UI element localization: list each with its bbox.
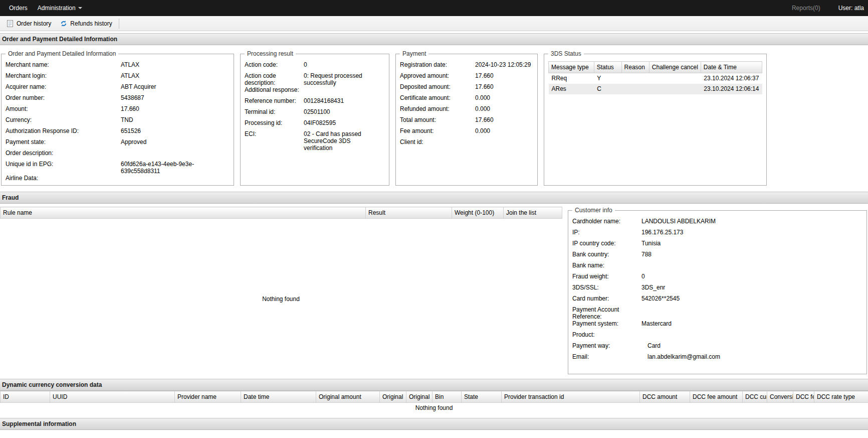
current-user-label: User: atla <box>838 5 864 12</box>
section-header-supplemental: Supplemental information <box>0 418 868 430</box>
row-3ds-ssl: 3DS/SSL:3DS_enr <box>572 284 862 295</box>
col-header-date-time[interactable]: Date time <box>241 391 316 403</box>
reports-link[interactable]: Reports(0) <box>792 5 820 12</box>
row-approved-amount: Approved amount:17.660 <box>400 72 533 83</box>
field-value: 0.000 <box>475 127 533 134</box>
payment-legend: Payment <box>400 50 428 57</box>
col-header-provider-transaction-id[interactable]: Provider transaction id <box>502 391 640 403</box>
col-header-rule-name[interactable]: Rule name <box>1 207 366 219</box>
col-header-provider-name[interactable]: Provider name <box>175 391 241 403</box>
col-header-dcc-fee-amount[interactable]: DCC fee amount <box>690 391 743 403</box>
col-header-dcc-currency[interactable]: DCC curr <box>743 391 767 403</box>
col-header-uuid[interactable]: UUID <box>50 391 175 403</box>
row-additional-response: Additional response: <box>245 86 385 97</box>
field-label: Additional response: <box>245 86 304 93</box>
row-bank-name: Bank name: <box>572 262 862 273</box>
row-authorization-response-id: Authorization Response ID:651526 <box>6 127 230 138</box>
row-payment-account-reference: Payment Account Reference: <box>572 306 862 320</box>
col-header-join-the-list[interactable]: Join the list <box>504 207 562 219</box>
field-label: Payment state: <box>6 138 121 145</box>
row-product: Product: <box>572 331 862 342</box>
field-value: 17.660 <box>475 83 533 90</box>
col-header-date-time[interactable]: Date & Time <box>701 62 762 73</box>
col-header-dcc-fee[interactable]: DCC fee <box>793 391 814 403</box>
col-header-result[interactable]: Result <box>366 207 452 219</box>
cell-message-type: RReq <box>549 73 594 84</box>
order-detail-panel: Order and Payment Detailed Information M… <box>1 50 234 186</box>
menu-administration-label: Administration <box>38 5 76 12</box>
field-label: Reference number: <box>245 97 304 104</box>
topbar-right: Reports(0) User: atla <box>792 5 864 12</box>
field-label: Terminal id: <box>245 108 304 115</box>
field-value: 17.660 <box>121 105 230 112</box>
field-label: Fee amount: <box>400 127 475 134</box>
field-value: 0 <box>304 61 385 68</box>
row-payment-system: Payment system:Mastercard <box>572 320 862 331</box>
section-header-main: Order and Payment Detailed Information <box>0 33 868 45</box>
row-cardholder-name: Cardholder name:LANDOULSI ABDELKARIM <box>572 218 862 229</box>
row-merchant-login: Merchant login:ATLAX <box>6 72 230 83</box>
col-header-challenge-cancel[interactable]: Challenge cancel <box>649 62 701 73</box>
field-value: 5438687 <box>121 94 230 101</box>
field-value: Tunisia <box>641 240 862 247</box>
payment-panel: Payment Registration date:2024-10-23 12:… <box>395 50 538 186</box>
row-payment-state: Payment state:Approved <box>6 138 230 150</box>
threeds-status-legend: 3DS Status <box>548 50 584 57</box>
field-label: Unique id in EPG: <box>6 161 121 168</box>
col-header-dcc-amount[interactable]: DCC amount <box>640 391 690 403</box>
threeds-status-panel: 3DS Status Message type Status Reason Ch… <box>544 50 767 186</box>
col-header-bin[interactable]: Bin <box>432 391 462 403</box>
field-label: Fraud weight: <box>572 273 641 280</box>
col-header-conversion[interactable]: Conversi <box>767 391 793 403</box>
row-amount: Amount:17.660 <box>6 105 230 116</box>
col-header-dcc-rate-type[interactable]: DCC rate type <box>814 391 868 403</box>
col-header-original-1[interactable]: Original <box>380 391 406 403</box>
row-refunded-amount: Refunded amount:0.000 <box>400 105 533 116</box>
col-header-original-2[interactable]: Original <box>406 391 432 403</box>
row-fee-amount: Fee amount:0.000 <box>400 127 533 138</box>
field-value: 04IF082595 <box>304 119 385 126</box>
row-order-description: Order description: <box>6 150 230 161</box>
field-label: Payment Account Reference: <box>572 306 641 320</box>
row-ip-country-code: IP country code:Tunisia <box>572 240 862 251</box>
field-value: 0.000 <box>475 94 533 101</box>
field-value: Approved <box>121 138 230 145</box>
col-header-reason[interactable]: Reason <box>621 62 649 73</box>
menu-administration[interactable]: Administration <box>33 3 87 14</box>
field-label: Total amount: <box>400 116 475 123</box>
field-value: LANDOULSI ABDELKARIM <box>641 218 862 225</box>
field-label: Certificate amount: <box>400 94 475 101</box>
col-header-status[interactable]: Status <box>594 62 621 73</box>
customer-info-legend: Customer info <box>572 207 615 214</box>
field-label: Airline Data: <box>6 175 121 182</box>
field-value: 2024-10-23 12:05:29 <box>475 61 533 68</box>
toolbar: Order history Refunds history <box>0 16 868 31</box>
menu-orders-label: Orders <box>9 5 28 12</box>
field-label: Action code description: <box>245 72 304 86</box>
threeds-row-ares[interactable]: ARes C 23.10.2024 12:06:14 <box>549 84 762 94</box>
col-header-weight[interactable]: Weight (0-100) <box>452 207 504 219</box>
refunds-history-button[interactable]: Refunds history <box>56 18 116 30</box>
field-label: Email: <box>572 353 641 360</box>
menu-orders[interactable]: Orders <box>4 3 33 14</box>
field-label: IP country code: <box>572 240 641 247</box>
col-header-state[interactable]: State <box>462 391 502 403</box>
col-header-id[interactable]: ID <box>1 391 50 403</box>
field-label: Amount: <box>6 105 121 112</box>
field-label: Merchant login: <box>6 72 121 79</box>
fraud-area: Rule name Result Weight (0-100) Join the… <box>0 204 868 379</box>
field-label: Product: <box>572 331 641 338</box>
col-header-original-amount[interactable]: Original amount <box>316 391 380 403</box>
toolbar-separator <box>119 19 119 29</box>
field-value: 001284168431 <box>304 97 385 104</box>
field-label: Payment way: <box>572 342 641 349</box>
row-registration-date: Registration date:2024-10-23 12:05:29 <box>400 61 533 72</box>
row-reference-number: Reference number:001284168431 <box>245 97 385 108</box>
field-value: 788 <box>641 251 862 258</box>
dcc-empty-message: Nothing found <box>0 403 868 413</box>
field-value: Mastercard <box>641 320 862 327</box>
row-payment-way: Payment way:Card <box>572 342 862 353</box>
threeds-row-rreq[interactable]: RReq Y 23.10.2024 12:06:37 <box>549 73 762 84</box>
order-history-button[interactable]: Order history <box>2 18 56 30</box>
col-header-message-type[interactable]: Message type <box>549 62 594 73</box>
